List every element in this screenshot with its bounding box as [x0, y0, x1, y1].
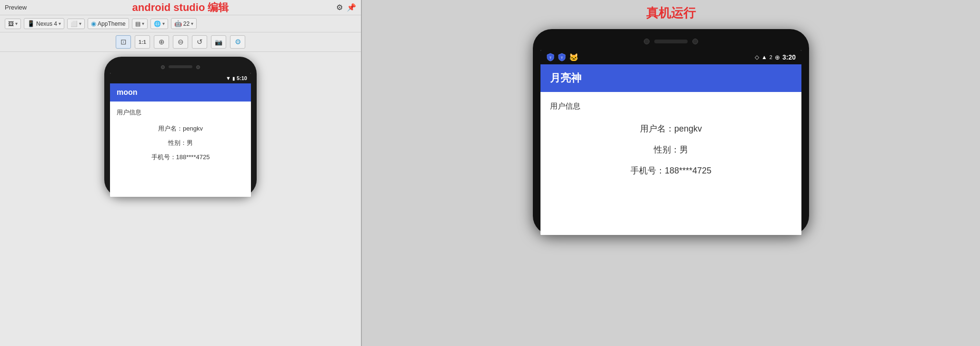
- real-phone-mockup: T T 🐱 ◇ ▲ 2 ⊕ 3:20: [533, 29, 809, 235]
- layout-type-icon: ▤: [135, 20, 140, 27]
- zoom-in-btn[interactable]: ⊕: [154, 35, 169, 49]
- layout-type-btn[interactable]: ▤ ▾: [132, 19, 148, 29]
- chevron-down-icon: ▾: [59, 21, 61, 26]
- device-selector[interactable]: 📱 Nexus 4 ▾: [24, 18, 64, 29]
- app-content: 用户信息 用户名：pengkv 性别：男 手机号：188****4725: [110, 102, 251, 197]
- real-status-right: ◇ ▲ 2 ⊕ 3:20: [755, 53, 796, 61]
- right-panel: 真机运行 T T: [362, 0, 980, 346]
- real-app-bar: 月亮神: [540, 64, 801, 92]
- preview-label: Preview: [5, 4, 27, 11]
- left-panel: Preview android studio 编辑 ⚙ 📌 🖼 ▾ 📱 Nexu…: [0, 0, 362, 346]
- toolbar-row1: 🖼 ▾ 📱 Nexus 4 ▾ ⬜ ▾ ◉ AppTheme ▤ ▾ 🌐 ▾: [0, 15, 361, 32]
- field-gender: 性别：男: [117, 139, 244, 147]
- field-username: 用户名：pengkv: [117, 124, 244, 133]
- phone-camera2: [196, 65, 200, 69]
- device-label: Nexus 4: [36, 20, 57, 27]
- shield-icon-1: T: [546, 53, 555, 61]
- theme-selector[interactable]: ◉ AppTheme: [88, 18, 129, 29]
- chevron-down-icon4: ▾: [162, 21, 165, 26]
- layout-icon: ⬜: [70, 20, 78, 27]
- render-gear-icon: ⚙: [235, 38, 241, 46]
- phone-camera: [161, 65, 165, 69]
- zoom-in-icon: ⊕: [159, 38, 165, 46]
- signal-icon: ◇: [755, 54, 759, 61]
- real-status-left: T T 🐱: [546, 53, 579, 62]
- zoom-one-to-one-btn[interactable]: 1:1: [135, 35, 150, 49]
- android-icon: 🤖: [174, 20, 182, 27]
- real-section-title: 用户信息: [550, 102, 792, 112]
- pin-icon[interactable]: 📌: [347, 3, 356, 12]
- android-studio-heading: android studio 编辑: [132, 0, 229, 15]
- real-field-gender: 性别：男: [550, 144, 792, 155]
- zoom-fit-icon: ⊡: [120, 38, 127, 46]
- screenshot-btn[interactable]: 🖼 ▾: [5, 19, 21, 29]
- field-phone: 手机号：188****4725: [117, 153, 244, 162]
- layout-btn[interactable]: ⬜ ▾: [67, 19, 85, 29]
- locale-icon: 🌐: [154, 20, 161, 27]
- chevron-down-icon3: ▾: [142, 21, 144, 26]
- wifi-signal-icon: ▲: [761, 54, 767, 61]
- theme-icon: ◉: [91, 20, 96, 27]
- wifi-icon: ▼: [226, 75, 231, 81]
- charge-icon: ⊕: [775, 54, 780, 61]
- real-app-content: 用户信息 用户名：pengkv 性别：男 手机号：188****4725: [540, 92, 801, 235]
- zoom-one-icon: 1:1: [139, 39, 146, 45]
- phone-mockup: ▼ ▮ 5:10 moon 用户信息 用户名：pengkv 性别：男 手机号：1…: [104, 57, 257, 197]
- real-phone-top: [540, 39, 801, 44]
- zoom-fit-btn[interactable]: ⊡: [116, 35, 131, 49]
- section-title: 用户信息: [117, 108, 244, 117]
- phone-speaker: [169, 65, 192, 68]
- real-camera: [644, 39, 650, 44]
- status-time: 5:10: [237, 75, 247, 81]
- api-label: 22: [183, 20, 190, 27]
- toolbar-row2: ⊡ 1:1 ⊕ ⊖ ↺ 📷 ⚙: [0, 32, 361, 52]
- locale-btn[interactable]: 🌐 ▾: [150, 19, 168, 29]
- phone-top-bar: [110, 65, 251, 69]
- zoom-out-icon: ⊖: [178, 38, 184, 46]
- phone-icon: 📱: [27, 20, 35, 27]
- title-right-icons: ⚙ 📌: [336, 3, 356, 12]
- chevron-down-icon: ▾: [15, 21, 18, 26]
- real-phone-screen: T T 🐱 ◇ ▲ 2 ⊕ 3:20: [540, 50, 801, 235]
- chevron-down-icon5: ▾: [191, 21, 193, 26]
- chevron-down-icon2: ▾: [79, 21, 81, 26]
- real-device-heading: 真机运行: [646, 5, 696, 21]
- screenshot-icon: 🖼: [8, 20, 14, 27]
- real-camera2: [692, 39, 698, 44]
- shield-icon-2: T: [558, 53, 566, 61]
- refresh-icon: ↺: [197, 38, 203, 46]
- theme-label: AppTheme: [98, 20, 126, 27]
- capture-icon: 📷: [215, 39, 222, 46]
- real-app-bar-title: 月亮神: [550, 72, 581, 84]
- render-settings-btn[interactable]: ⚙: [230, 35, 245, 49]
- app-bar-title: moon: [117, 88, 138, 96]
- app-bar: moon: [110, 83, 251, 102]
- title-bar: Preview android studio 编辑 ⚙ 📌: [0, 0, 361, 15]
- refresh-btn[interactable]: ↺: [192, 35, 207, 49]
- capture-btn[interactable]: 📷: [211, 35, 226, 49]
- phone-preview-area: ▼ ▮ 5:10 moon 用户信息 用户名：pengkv 性别：男 手机号：1…: [0, 52, 361, 346]
- real-field-username: 用户名：pengkv: [550, 123, 792, 134]
- gear-icon[interactable]: ⚙: [336, 3, 343, 12]
- real-speaker: [654, 40, 688, 43]
- svg-text:T: T: [561, 56, 563, 60]
- api-version-btn[interactable]: 🤖 22 ▾: [171, 18, 197, 29]
- real-field-phone: 手机号：188****4725: [550, 165, 792, 176]
- status-icons-right: ▼ ▮ 5:10: [226, 75, 247, 81]
- zoom-out-btn[interactable]: ⊖: [173, 35, 188, 49]
- battery-icon: ▮: [232, 76, 235, 81]
- real-status-bar: T T 🐱 ◇ ▲ 2 ⊕ 3:20: [540, 50, 801, 64]
- phone-status-bar: ▼ ▮ 5:10: [110, 73, 251, 83]
- real-status-time: 3:20: [782, 53, 796, 61]
- svg-text:T: T: [550, 56, 552, 60]
- battery-level-icon: 2: [770, 54, 772, 60]
- cat-icon: 🐱: [569, 53, 579, 62]
- phone-screen: ▼ ▮ 5:10 moon 用户信息 用户名：pengkv 性别：男 手机号：1…: [110, 73, 251, 197]
